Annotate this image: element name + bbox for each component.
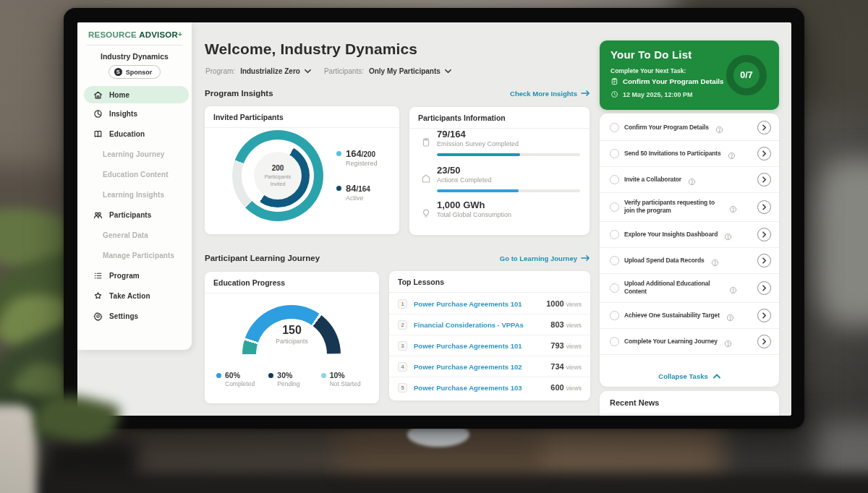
task-checkbox[interactable]: [610, 230, 619, 239]
todo-due-label: 12 May 2025, 12:00 PM: [623, 91, 693, 98]
task-row: Complete Your Learning Journey: [600, 329, 779, 355]
program-filter-select[interactable]: Industrialize Zero: [240, 67, 311, 75]
sidebar-item-education-content[interactable]: Education Content: [77, 164, 192, 184]
chevron-right-button[interactable]: [757, 147, 771, 160]
sidebar-item-program[interactable]: Program: [77, 265, 192, 286]
task-label: Upload Spend Data Records: [624, 257, 705, 265]
go-to-learning-journey-link[interactable]: Go to Learning Journey: [500, 254, 590, 262]
chevron-right-button[interactable]: [757, 309, 771, 322]
task-label: Upload Additional Educational Content: [624, 280, 723, 296]
task-row: Explore Your Insights Dashboard: [600, 222, 779, 248]
emission-survey-stat: 79/164 Emission Survey Completed: [420, 129, 579, 156]
filter-bar: Program: Industrialize Zero Participants…: [205, 67, 451, 75]
arrow-right-icon: [581, 90, 590, 97]
sidebar-nav: Home Insights Education Learning Journey…: [77, 86, 192, 326]
task-checkbox[interactable]: [610, 256, 619, 265]
active-total: /164: [356, 185, 370, 193]
legend-dot: [336, 151, 341, 156]
lesson-link[interactable]: Power Purchase Agreements 102: [414, 363, 544, 371]
check-more-insights-link[interactable]: Check More Insights: [510, 90, 590, 98]
collapse-tasks-label: Collapse Tasks: [658, 372, 707, 380]
participants-filter-select[interactable]: Only My Participants: [369, 67, 451, 75]
logo-resource: RESOURCE: [88, 30, 137, 39]
lesson-link[interactable]: Power Purchase Agreements 103: [414, 384, 544, 392]
lesson-views-unit: views: [566, 385, 582, 392]
todo-subtitle: Complete Your Next Task:: [610, 67, 686, 74]
pending-value: 30%: [277, 371, 320, 380]
sidebar-item-learning-journey[interactable]: Learning Journey: [77, 144, 192, 164]
chevron-right-button[interactable]: [757, 228, 771, 241]
sidebar-item-label: Learning Journey: [103, 150, 165, 158]
pending-label: Pending: [277, 380, 320, 387]
task-checkbox[interactable]: [610, 149, 619, 158]
task-row: Invite a Collaborator: [600, 167, 779, 193]
task-checkbox[interactable]: [610, 337, 619, 346]
lesson-link[interactable]: Power Purchase Agreements 101: [414, 342, 544, 350]
top-lessons-card: Top Lessons 1 Power Purchase Agreements …: [389, 271, 590, 400]
sidebar-item-learning-insights[interactable]: Learning Insights: [77, 184, 192, 205]
sponsor-badge[interactable]: S Sponsor: [109, 65, 161, 79]
chevron-right-button[interactable]: [757, 173, 771, 187]
emission-survey-label: Emission Survey Completed: [437, 140, 579, 147]
logo-advisor: ADVISOR: [139, 30, 178, 39]
task-checkbox[interactable]: [610, 202, 619, 212]
progress-fill: [437, 189, 519, 192]
help-icon[interactable]: [729, 284, 737, 292]
help-icon[interactable]: [715, 124, 723, 132]
chevron-right-button[interactable]: [757, 121, 771, 134]
legend-dot: [321, 373, 326, 378]
lesson-rank: 4: [398, 362, 407, 372]
lesson-link[interactable]: Financial Considerations - VPPAs: [414, 321, 544, 329]
chevron-right-button[interactable]: [757, 200, 771, 214]
lesson-views-unit: views: [566, 322, 582, 329]
participants-filter-value: Only My Participants: [369, 67, 441, 75]
app-logo[interactable]: RESOURCE ADVISOR+: [77, 22, 192, 39]
chevron-right-button[interactable]: [757, 281, 771, 295]
help-icon[interactable]: [726, 312, 734, 320]
todo-next-task-label: Confirm Your Program Details: [623, 77, 724, 85]
task-checkbox[interactable]: [610, 283, 619, 293]
total-consumption-label: Total Global Consumption: [437, 211, 579, 218]
task-checkbox[interactable]: [610, 311, 619, 320]
todo-next-task: Confirm Your Program Details: [610, 77, 724, 85]
sidebar-item-home[interactable]: Home: [84, 86, 189, 103]
settings-icon: [93, 312, 103, 321]
chevron-right-button[interactable]: [757, 335, 771, 348]
chevron-right-button[interactable]: [757, 254, 771, 267]
lesson-rank: 5: [398, 383, 407, 393]
completed-label: Completed: [225, 380, 268, 387]
actions-completed-stat: 23/50 Actions Completed: [420, 165, 579, 192]
collapse-tasks-link[interactable]: Collapse Tasks: [600, 372, 779, 380]
total-consumption-stat: 1,000 GWh Total Global Consumption: [420, 200, 579, 218]
help-icon[interactable]: [729, 203, 737, 211]
sidebar: RESOURCE ADVISOR+ Industry Dynamics S Sp…: [77, 22, 192, 350]
chevron-up-icon: [713, 374, 720, 379]
help-icon[interactable]: [724, 338, 732, 346]
task-row: Achieve One Sustainability Target: [600, 303, 779, 329]
help-icon[interactable]: [724, 231, 732, 239]
sidebar-item-settings[interactable]: Settings: [77, 306, 192, 326]
task-row: Upload Spend Data Records: [600, 248, 779, 274]
sidebar-item-general-data[interactable]: General Data: [77, 225, 192, 245]
actions-completed-progress: [437, 189, 580, 192]
participants-icon: [93, 210, 103, 220]
task-checkbox[interactable]: [610, 175, 619, 184]
actions-completed-value: 23/50: [437, 165, 579, 176]
todo-due: 12 May 2025, 12:00 PM: [610, 90, 693, 98]
sidebar-item-education[interactable]: Education: [77, 124, 192, 144]
sidebar-item-label: General Data: [103, 231, 148, 239]
lesson-views-unit: views: [566, 364, 582, 371]
sidebar-item-participants[interactable]: Participants: [77, 205, 192, 225]
arrow-right-icon: [581, 254, 590, 262]
lesson-rank: 1: [398, 299, 407, 309]
help-icon[interactable]: [728, 150, 736, 158]
sidebar-item-insights[interactable]: Insights: [77, 103, 192, 124]
sidebar-item-take-action[interactable]: Take Action: [77, 286, 192, 306]
help-icon[interactable]: [688, 176, 696, 184]
task-checkbox[interactable]: [610, 123, 619, 132]
sidebar-item-manage-participants[interactable]: Manage Participants: [77, 245, 192, 265]
link-label: Check More Insights: [510, 90, 577, 98]
lesson-link[interactable]: Power Purchase Agreements 101: [414, 300, 540, 308]
learning-journey-header: Participant Learning Journey Go to Learn…: [205, 254, 590, 262]
help-icon[interactable]: [711, 257, 719, 265]
